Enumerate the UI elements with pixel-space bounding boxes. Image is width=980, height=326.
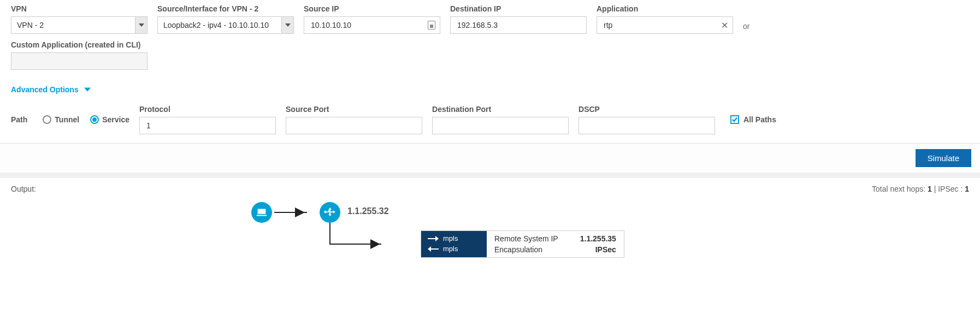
divider [0, 173, 980, 178]
simulate-button[interactable]: Simulate [916, 149, 971, 167]
tx-line: mpls [428, 234, 476, 242]
radio-checked-icon [90, 115, 99, 124]
chevron-down-icon [135, 17, 147, 33]
arrow-right-icon [370, 239, 380, 251]
destination-ip-text[interactable] [456, 20, 581, 30]
source-interface-label: Source/Interface for VPN - 2 [157, 4, 294, 13]
custom-app-text[interactable] [17, 56, 141, 66]
arrow-left-icon [428, 246, 439, 252]
rx-line: mpls [428, 245, 476, 253]
dscp-field: DSCP [578, 105, 715, 134]
vpn-field: VPN VPN - 2 [11, 4, 147, 34]
path-radio-group: Tunnel Service [43, 115, 129, 124]
source-interface-select[interactable]: Loopback2 - ipv4 - 10.10.10.10 [157, 16, 294, 34]
tx-label: mpls [443, 234, 458, 242]
arrow-right-icon [295, 208, 305, 219]
all-paths-checkbox[interactable]: All Paths [730, 115, 776, 124]
custom-app-field: Custom Application (created in CLI) [11, 40, 147, 70]
protocol-field: Protocol [139, 105, 276, 134]
tunnel-radio-label: Tunnel [55, 115, 79, 124]
output-summary: Total next hops: 1 | IPSec : 1 [872, 185, 969, 193]
vpn-value: VPN - 2 [11, 17, 135, 33]
destination-port-input[interactable] [432, 117, 569, 134]
link-line [329, 223, 330, 245]
advanced-inputs: Protocol Source Port Destination Port DS… [139, 105, 715, 134]
chevron-down-icon [281, 17, 293, 33]
router-ip-label: 1.1.255.32 [347, 206, 389, 216]
dscp-input[interactable] [578, 117, 715, 134]
chevron-down-icon [84, 86, 91, 93]
application-label: Application [597, 4, 733, 13]
radio-unchecked-icon [43, 115, 51, 124]
custom-app-input[interactable] [11, 52, 147, 70]
row-1: VPN VPN - 2 Source/Interface for VPN - 2… [11, 4, 969, 34]
source-ip-text[interactable] [310, 20, 434, 30]
source-port-text[interactable] [292, 121, 416, 131]
application-input[interactable]: ✕ [597, 16, 733, 34]
source-ip-label: Source IP [304, 4, 440, 13]
simulate-bar: Simulate [0, 143, 980, 173]
encap-value: IPSec [580, 245, 616, 254]
arrow-right-icon [428, 236, 439, 241]
encap-key: Encapsulation [494, 245, 558, 254]
row-2: Custom Application (created in CLI) [11, 40, 969, 70]
output-header: Output: Total next hops: 1 | IPSec : 1 [0, 178, 980, 197]
hops-count: 1 [928, 185, 932, 193]
advanced-options-label: Advanced Options [11, 85, 79, 94]
custom-app-label: Custom Application (created in CLI) [11, 40, 147, 49]
service-radio[interactable]: Service [90, 115, 129, 124]
source-interface-value: Loopback2 - ipv4 - 10.10.10.10 [158, 17, 281, 33]
topology-diagram: 1.1.255.32 mpls mpls Remote System IP 1.… [11, 197, 980, 295]
source-port-input[interactable] [286, 117, 422, 134]
tunnel-radio[interactable]: Tunnel [43, 115, 79, 124]
destination-ip-field: Destination IP [450, 4, 587, 34]
summary-prefix: Total next hops: [872, 185, 928, 193]
application-field: Application ✕ [597, 4, 733, 34]
router-node-icon [320, 202, 340, 223]
or-text: or [743, 22, 749, 34]
protocol-label: Protocol [139, 105, 276, 114]
filter-form: VPN VPN - 2 Source/Interface for VPN - 2… [0, 0, 980, 143]
source-port-label: Source Port [286, 105, 422, 114]
destination-ip-label: Destination IP [450, 4, 587, 13]
dscp-text[interactable] [585, 121, 709, 131]
remote-ip-key: Remote System IP [494, 234, 558, 243]
protocol-input[interactable] [139, 117, 276, 134]
clear-icon[interactable]: ✕ [721, 20, 728, 31]
destination-port-field: Destination Port [432, 105, 569, 134]
summary-mid: | IPSec : [932, 185, 965, 193]
vpn-select[interactable]: VPN - 2 [11, 16, 147, 34]
protocol-text[interactable] [145, 121, 270, 131]
all-paths-label: All Paths [743, 115, 776, 124]
source-port-field: Source Port [286, 105, 422, 134]
path-row: Path Tunnel Service Protocol Source Port [11, 105, 969, 134]
rx-label: mpls [443, 245, 458, 253]
checkbox-checked-icon [730, 115, 739, 124]
destination-port-label: Destination Port [432, 105, 569, 114]
source-ip-field: Source IP [304, 4, 440, 34]
service-radio-label: Service [102, 115, 129, 124]
application-text[interactable] [603, 20, 727, 30]
hop-transport: mpls mpls [421, 231, 487, 257]
source-ip-input[interactable] [304, 16, 440, 34]
save-icon[interactable] [428, 21, 435, 29]
path-label: Path [11, 115, 27, 124]
vpn-label: VPN [11, 4, 147, 13]
destination-ip-input[interactable] [450, 16, 587, 34]
ipsec-count: 1 [965, 185, 969, 193]
advanced-options-toggle[interactable]: Advanced Options [11, 85, 91, 94]
source-node-icon [251, 202, 272, 223]
hop-details: Remote System IP 1.1.255.35 Encapsulatio… [487, 231, 624, 257]
next-hop-card: mpls mpls Remote System IP 1.1.255.35 En… [421, 230, 624, 258]
remote-ip-value: 1.1.255.35 [580, 234, 616, 243]
output-label: Output: [11, 185, 36, 193]
source-interface-field: Source/Interface for VPN - 2 Loopback2 -… [157, 4, 294, 34]
dscp-label: DSCP [578, 105, 715, 114]
destination-port-text[interactable] [438, 121, 563, 131]
